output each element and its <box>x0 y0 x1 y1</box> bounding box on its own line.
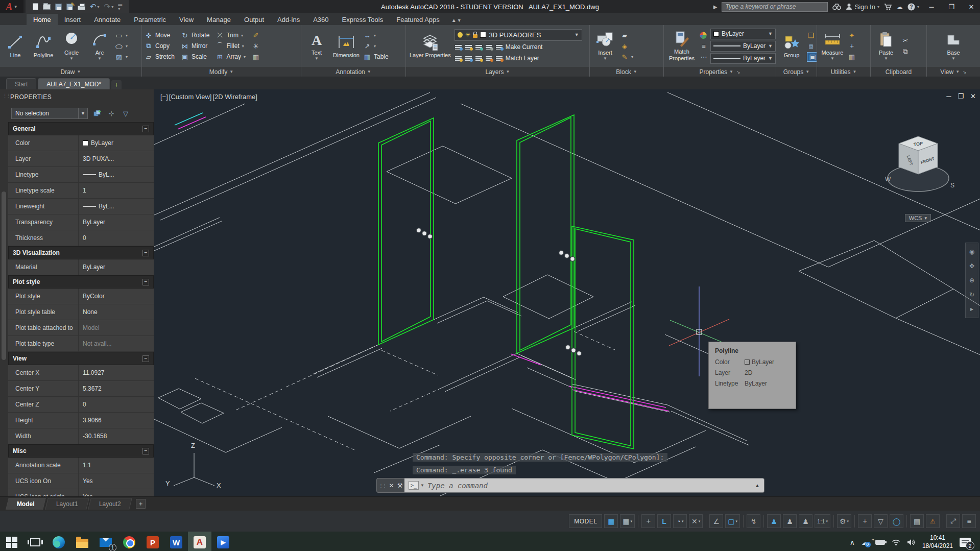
id-point-button[interactable]: ＋ <box>848 41 856 51</box>
battery-tray-icon[interactable] <box>875 540 885 545</box>
taskbar-edge[interactable] <box>47 532 70 551</box>
panel-label-properties[interactable]: Properties▼↘ <box>664 67 776 77</box>
mirror-button[interactable]: ⋈Mirror <box>181 41 209 51</box>
property-value[interactable]: 3D PUXA... <box>79 151 154 166</box>
object-snap-toggle[interactable]: ▢▾ <box>725 514 740 528</box>
task-view-button[interactable] <box>23 532 47 551</box>
paste-button[interactable]: Paste ▼ <box>873 27 899 65</box>
snap-mode-toggle[interactable]: ▦▾ <box>620 514 635 528</box>
panel-label-annotation[interactable]: Annotation▼ <box>301 67 405 77</box>
taskbar-word[interactable]: W <box>164 532 188 551</box>
polar-tracking-toggle[interactable]: ◔▾ <box>673 514 687 528</box>
erase-button[interactable]: ✐ <box>252 31 260 40</box>
property-row[interactable]: Center Z0 <box>8 397 154 413</box>
property-value[interactable]: Not avail... <box>79 336 154 351</box>
arc-button[interactable]: Arc ▼ <box>87 27 112 65</box>
dimension-button[interactable]: Dimension <box>332 27 361 65</box>
circle-button[interactable]: Circle ▼ <box>59 27 84 65</box>
copy-clip-button[interactable]: ⧉ <box>901 46 910 56</box>
stretch-button[interactable]: ▱Stretch <box>145 52 175 62</box>
block-editor-button[interactable]: ✎▾ <box>620 52 633 62</box>
search-input[interactable]: Type a keyword or phrase <box>722 2 828 12</box>
property-row[interactable]: Thickness0 <box>8 230 154 246</box>
isometric-drafting-toggle[interactable]: ✕▾ <box>689 514 703 528</box>
clean-screen-button[interactable]: ◯ <box>890 514 903 528</box>
lineweight-display-toggle[interactable]: ↯ <box>747 514 760 528</box>
minimize-button[interactable]: ─ <box>924 0 939 13</box>
plot-button[interactable] <box>78 4 85 10</box>
annotation-scale-person-icon[interactable]: ♟ <box>799 514 812 528</box>
quick-select-palette-button[interactable]: ▽ <box>121 108 131 118</box>
full-navigation-wheel-button[interactable]: ◉ <box>969 248 974 255</box>
offset-button[interactable]: ▥ <box>252 52 260 62</box>
property-row[interactable]: Plot styleByColor <box>8 289 154 304</box>
ribbon-tab-output[interactable]: Output <box>237 14 271 25</box>
copy-button[interactable]: ⧉Copy <box>145 41 175 51</box>
palette-scrollbar[interactable] <box>2 191 6 360</box>
viewport-minimize-control[interactable]: [−] <box>160 93 168 101</box>
pan-button[interactable]: ✥ <box>969 262 974 270</box>
section-header[interactable]: General− <box>8 122 154 135</box>
property-value[interactable]: ByL... <box>79 199 154 214</box>
property-row[interactable]: TransparencyByLayer <box>8 214 154 230</box>
rectangle-tool-button[interactable]: ▭▾ <box>115 31 128 40</box>
hardware-acceleration-button[interactable]: ⚠ <box>926 514 940 528</box>
panel-label-view[interactable]: View▼↘ <box>927 67 980 77</box>
property-row[interactable]: LinetypeByL... <box>8 167 154 183</box>
make-current-button[interactable]: Make Current <box>455 42 582 52</box>
define-attributes-button[interactable]: ◈ <box>620 41 633 51</box>
taskbar-clock[interactable]: 10:41 18/04/2021 <box>922 534 953 550</box>
redo-button[interactable]: ↷▾ <box>104 2 114 11</box>
new-layout-button[interactable]: ＋ <box>136 499 146 509</box>
property-row[interactable]: UCS icon OnYes <box>8 473 154 489</box>
insert-block-button[interactable]: Insert ▼ <box>592 27 618 65</box>
panel-label-layers[interactable]: Layers▼ <box>406 67 589 77</box>
zoom-button[interactable]: ⊕ <box>969 277 974 284</box>
ribbon-tab-home[interactable]: Home <box>27 14 58 25</box>
qat-customize-button[interactable]: ▬▾ <box>118 2 122 11</box>
property-row[interactable]: Center X11.0927 <box>8 365 154 381</box>
polyline-button[interactable]: Polyline <box>31 27 56 65</box>
annotation-scale-button[interactable]: 1:1▾ <box>815 514 830 528</box>
collapse-section-icon[interactable]: − <box>142 126 149 132</box>
viewcube[interactable]: W S TOP LEFT FRONT <box>881 121 958 208</box>
create-block-button[interactable]: ▰ <box>620 31 633 40</box>
move-button[interactable]: ✜Move <box>145 31 175 40</box>
panel-label-block[interactable]: Block▼ <box>590 67 663 77</box>
grid-display-toggle[interactable]: ▦ <box>604 514 618 528</box>
collapse-section-icon[interactable]: − <box>142 250 149 256</box>
base-button[interactable]: Base ▼ <box>941 27 966 65</box>
model-space-button[interactable]: MODEL <box>569 514 602 528</box>
text-button[interactable]: A Text ▼ <box>304 27 329 65</box>
close-button[interactable]: ✕ <box>964 0 979 13</box>
new-file-button[interactable] <box>33 3 38 10</box>
scale-button[interactable]: ▣Scale <box>181 52 209 62</box>
property-value[interactable]: 3.9066 <box>79 413 154 428</box>
trim-button[interactable]: ⤫Trim▾ <box>216 31 246 40</box>
property-row[interactable]: Plot table typeNot avail... <box>8 336 154 352</box>
color-wheel-button[interactable] <box>700 31 708 40</box>
array-button[interactable]: ⊞Array▾ <box>216 52 246 62</box>
graphics-performance-button[interactable]: ▤ <box>910 514 924 528</box>
infer-constraints-toggle[interactable]: ＋ <box>641 514 655 528</box>
taskbar-autocad[interactable]: A <box>188 532 211 551</box>
wcs-selector[interactable]: WCS▾ <box>905 214 931 222</box>
property-row[interactable]: Layer3D PUXA... <box>8 151 154 167</box>
sign-in-button[interactable]: Sign In ▾ <box>846 3 879 11</box>
command-history-toggle[interactable]: ▲ <box>751 483 764 488</box>
ribbon-tab-insert[interactable]: Insert <box>58 14 88 25</box>
orbit-button[interactable]: ↻ <box>969 291 974 298</box>
line-button[interactable]: Line <box>3 27 28 65</box>
action-center-button[interactable]: 2 <box>960 538 971 547</box>
collapse-section-icon[interactable]: − <box>142 448 149 454</box>
wifi-tray-icon[interactable] <box>892 539 900 546</box>
property-value[interactable]: 0 <box>79 397 154 412</box>
annotation-monitor-button[interactable]: ＋ <box>858 514 872 528</box>
group-edit-button[interactable]: ❏ <box>807 31 817 40</box>
tab-layout2[interactable]: Layout2 <box>88 498 132 510</box>
lineweight-dropdown[interactable]: ByLayer ▼ <box>710 41 776 52</box>
match-layer-button[interactable]: Match Layer <box>455 54 582 63</box>
app-store-button[interactable] <box>884 4 892 10</box>
ribbon-tab-view[interactable]: View <box>173 14 200 25</box>
property-value[interactable]: ByLayer <box>79 214 154 230</box>
